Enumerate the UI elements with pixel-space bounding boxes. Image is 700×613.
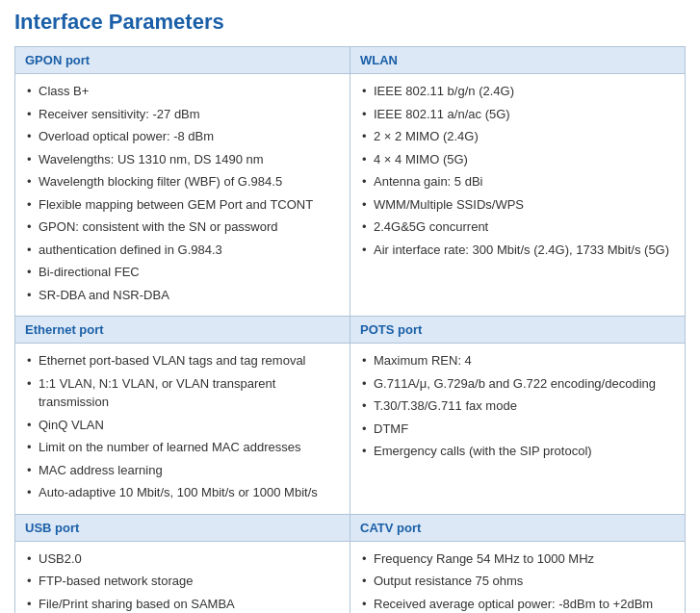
list-item: Received average optical power: -8dBm to… <box>360 593 675 614</box>
list-item: 1:1 VLAN, N:1 VLAN, or VLAN transparent … <box>25 372 340 414</box>
cell-gpon: GPON portClass B+Receiver sensitivity: -… <box>15 47 350 317</box>
list-item: Wavelengths: US 1310 nm, DS 1490 nm <box>25 148 340 171</box>
header-wlan: WLAN <box>350 47 685 74</box>
list-item: Bi-directional FEC <box>25 261 340 284</box>
cell-usb: USB portUSB2.0FTP-based network storageF… <box>15 514 350 613</box>
list-item: IEEE 802.11 b/g/n (2.4G) <box>360 80 675 103</box>
list-item: Wavelength blocking filter (WBF) of G.98… <box>25 170 340 193</box>
list-item: IEEE 802.11 a/n/ac (5G) <box>360 103 675 126</box>
header-gpon: GPON port <box>15 47 350 74</box>
page-title: Interface Parameters <box>14 10 686 35</box>
list-item: Emergency calls (with the SIP protocol) <box>360 440 675 463</box>
cell-catv: CATV portFrequency Range 54 MHz to 1000 … <box>350 514 686 613</box>
list-item: DTMF <box>360 418 675 441</box>
header-usb: USB port <box>15 515 350 542</box>
interface-parameters-table: GPON portClass B+Receiver sensitivity: -… <box>14 46 686 613</box>
list-item: Flexible mapping between GEM Port and TC… <box>25 193 340 217</box>
list-item: MAC address learning <box>25 459 340 482</box>
cell-wlan: WLANIEEE 802.11 b/g/n (2.4G)IEEE 802.11 … <box>350 47 686 317</box>
list-item: Overload optical power: -8 dBm <box>25 125 340 148</box>
list-item: Air interface rate: 300 Mbit/s (2.4G), 1… <box>360 239 675 262</box>
list-item: T.30/T.38/G.711 fax mode <box>360 395 675 418</box>
list-item: Frequency Range 54 MHz to 1000 MHz <box>360 548 675 571</box>
list-item: 2.4G&5G concurrent <box>360 216 675 239</box>
header-ethernet: Ethernet port <box>15 317 350 344</box>
list-item: Auto-adaptive 10 Mbit/s, 100 Mbit/s or 1… <box>25 481 340 504</box>
list-item: Antenna gain: 5 dBi <box>360 170 675 193</box>
list-item: 2 × 2 MIMO (2.4G) <box>360 125 675 148</box>
list-item: 4 × 4 MIMO (5G) <box>360 148 675 171</box>
list-item: WMM/Multiple SSIDs/WPS <box>360 193 675 217</box>
list-item: Receiver sensitivity: -27 dBm <box>25 103 340 126</box>
list-item: authentication defined in G.984.3 <box>25 239 340 262</box>
list-item: G.711A/μ, G.729a/b and G.722 encoding/de… <box>360 372 675 396</box>
list-item: USB2.0 <box>25 548 340 571</box>
list-item: File/Print sharing based on SAMBA <box>25 593 340 614</box>
list-item: SR-DBA and NSR-DBA <box>25 284 340 307</box>
list-item: FTP-based network storage <box>25 570 340 593</box>
list-item: QinQ VLAN <box>25 414 340 437</box>
cell-pots: POTS portMaximum REN: 4G.711A/μ, G.729a/… <box>350 317 686 515</box>
cell-ethernet: Ethernet portEthernet port-based VLAN ta… <box>15 317 350 515</box>
list-item: Ethernet port-based VLAN tags and tag re… <box>25 349 340 372</box>
list-item: Class B+ <box>25 80 340 103</box>
list-item: GPON: consistent with the SN or password <box>25 216 340 239</box>
list-item: Maximum REN: 4 <box>360 349 675 372</box>
list-item: Limit on the number of learned MAC addre… <box>25 436 340 459</box>
header-catv: CATV port <box>350 515 685 542</box>
list-item: Output resistance 75 ohms <box>360 570 675 593</box>
header-pots: POTS port <box>350 317 685 344</box>
